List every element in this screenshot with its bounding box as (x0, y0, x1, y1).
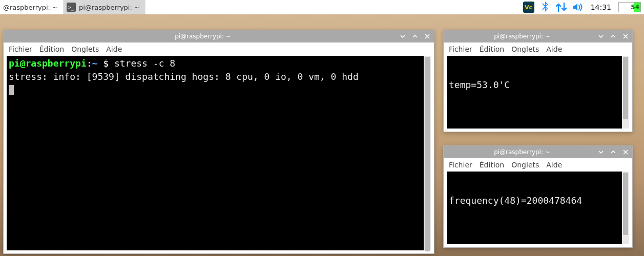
scrollbar-thumb[interactable] (623, 173, 628, 235)
window-title-main: pi@raspberrypi: ~ (7, 33, 399, 40)
scrollbar-main[interactable] (424, 56, 431, 250)
terminal-icon: >_ (67, 3, 76, 12)
command: stress -c 8 (114, 58, 175, 69)
terminal-window-main: pi@raspberrypi: ~ Fichier Édition Onglet… (3, 30, 434, 254)
terminal-wrap-freq: frequency(48)=2000478464 (447, 172, 629, 244)
maximize-button[interactable] (610, 148, 617, 156)
cpu-percent: 54 (631, 4, 639, 11)
titlebar-freq[interactable]: pi@raspberrypi: ~ (444, 146, 632, 158)
maximize-button[interactable] (610, 33, 617, 40)
scrollbar-freq[interactable] (622, 172, 629, 244)
titlebar-main[interactable]: pi@raspberrypi: ~ (4, 30, 434, 42)
menu-tabs[interactable]: Onglets (511, 45, 539, 53)
close-button[interactable] (622, 33, 629, 40)
menu-tabs[interactable]: Onglets (71, 45, 99, 53)
volume-icon[interactable] (572, 2, 584, 13)
menu-edit[interactable]: Édition (480, 161, 504, 169)
prompt-user: pi@raspberrypi (9, 58, 87, 69)
menu-help[interactable]: Aide (546, 45, 562, 53)
cpu-monitor[interactable]: 54 (618, 2, 641, 12)
terminal-temp[interactable]: temp=53.0'C (447, 56, 622, 129)
menu-file[interactable]: Fichier (449, 45, 472, 53)
menubar-main: Fichier Édition Onglets Aide (4, 42, 434, 56)
clock[interactable]: 14:31 (589, 3, 613, 11)
scrollbar-thumb[interactable] (623, 57, 628, 119)
titlebar-temp[interactable]: pi@raspberrypi: ~ (444, 30, 632, 42)
menu-help[interactable]: Aide (546, 161, 562, 169)
menubar-temp: Fichier Édition Onglets Aide (444, 42, 632, 56)
menu-edit[interactable]: Édition (39, 45, 64, 53)
text-cursor (9, 85, 14, 95)
prompt-symbol: $ (103, 58, 109, 69)
minimize-button[interactable] (399, 33, 406, 40)
scrollbar-thumb[interactable] (425, 57, 430, 251)
menu-edit[interactable]: Édition (480, 45, 504, 53)
terminal-wrap-main: pi@raspberrypi:~ $ stress -c 8 stress: i… (7, 56, 431, 250)
menu-file[interactable]: Fichier (449, 161, 472, 169)
vnc-icon[interactable]: Vc (523, 2, 534, 13)
terminal-main[interactable]: pi@raspberrypi:~ $ stress -c 8 stress: i… (7, 56, 424, 250)
top-panel: @raspberrypi: ~ >_ pi@raspberrypi: ~ Vc … (0, 0, 644, 14)
terminal-window-temp: pi@raspberrypi: ~ Fichier Édition Onglet… (443, 30, 633, 132)
prompt-path: ~ (92, 58, 98, 69)
scrollbar-temp[interactable] (622, 56, 629, 129)
terminal-window-freq: pi@raspberrypi: ~ Fichier Édition Onglet… (443, 145, 633, 248)
terminal-wrap-temp: temp=53.0'C (447, 56, 629, 129)
taskbar-item-1-label: @raspberrypi: ~ (3, 4, 58, 11)
terminal-freq[interactable]: frequency(48)=2000478464 (447, 172, 622, 244)
close-button[interactable] (424, 33, 431, 40)
close-button[interactable] (622, 148, 629, 156)
terminal-output-main: stress: info: [9539] dispatching hogs: 8… (9, 71, 359, 82)
panel-spacer (146, 0, 520, 14)
window-title-freq: pi@raspberrypi: ~ (447, 148, 597, 156)
bluetooth-icon[interactable] (539, 2, 551, 13)
menu-tabs[interactable]: Onglets (511, 161, 539, 169)
taskbar-item-2-label: pi@raspberrypi: ~ (79, 4, 140, 11)
minimize-button[interactable] (597, 33, 605, 40)
taskbar-item-2[interactable]: >_ pi@raspberrypi: ~ (64, 0, 146, 14)
maximize-button[interactable] (411, 33, 419, 40)
taskbar-item-1[interactable]: @raspberrypi: ~ (0, 0, 64, 14)
menubar-freq: Fichier Édition Onglets Aide (444, 158, 632, 172)
window-title-temp: pi@raspberrypi: ~ (447, 33, 597, 40)
menu-help[interactable]: Aide (106, 45, 122, 53)
minimize-button[interactable] (597, 148, 605, 156)
menu-file[interactable]: Fichier (9, 45, 32, 53)
terminal-output-freq: frequency(48)=2000478464 (449, 195, 582, 206)
network-icon[interactable] (556, 2, 567, 13)
terminal-output-temp: temp=53.0'C (449, 79, 510, 90)
system-tray: Vc 14:31 54 (520, 0, 644, 14)
